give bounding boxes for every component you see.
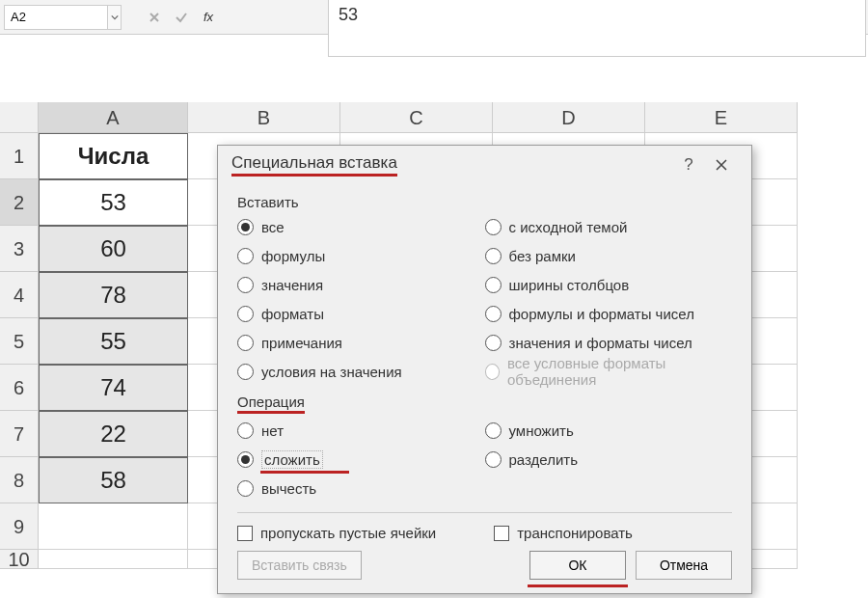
- row-header[interactable]: 5: [0, 318, 39, 365]
- col-header-E[interactable]: E: [645, 102, 798, 133]
- checkbox-skip-blanks[interactable]: пропускать пустые ячейки: [237, 525, 436, 541]
- row-header[interactable]: 2: [0, 179, 39, 226]
- radio-paste-values[interactable]: значения: [237, 272, 485, 297]
- radio-paste-all-conditional: все условные форматы объединения: [485, 359, 733, 384]
- row-header[interactable]: 4: [0, 272, 39, 318]
- row-header[interactable]: 3: [0, 226, 39, 272]
- operation-group-label: Операция: [237, 394, 305, 414]
- paste-group-label: Вставить: [237, 194, 732, 210]
- row-header[interactable]: 9: [0, 503, 39, 550]
- name-box[interactable]: A2: [4, 5, 108, 30]
- cell-A6[interactable]: 74: [39, 365, 188, 411]
- radio-paste-values-numfmt[interactable]: значения и форматы чисел: [485, 330, 733, 355]
- col-header-C[interactable]: C: [340, 102, 493, 133]
- fx-label: fx: [203, 10, 213, 24]
- cell-A7[interactable]: 22: [39, 411, 188, 457]
- col-header-A[interactable]: A: [39, 102, 188, 133]
- dialog-title: Специальная вставка: [231, 153, 397, 177]
- cancel-button[interactable]: Отмена: [636, 551, 732, 580]
- close-button[interactable]: [705, 150, 738, 179]
- row-header[interactable]: 8: [0, 457, 39, 503]
- radio-op-none[interactable]: нет: [237, 418, 485, 443]
- radio-paste-all[interactable]: все: [237, 214, 485, 239]
- select-all-corner[interactable]: [0, 102, 39, 133]
- cell-A4[interactable]: 78: [39, 272, 188, 318]
- radio-paste-source-theme[interactable]: с исходной темой: [485, 214, 733, 239]
- confirm-formula-button[interactable]: [168, 5, 195, 30]
- row-header[interactable]: 1: [0, 133, 39, 179]
- cell-A5[interactable]: 55: [39, 318, 188, 365]
- row-header[interactable]: 7: [0, 411, 39, 457]
- radio-paste-formulas[interactable]: формулы: [237, 243, 485, 268]
- paste-special-dialog: Специальная вставка ? Вставить все форму…: [217, 145, 752, 594]
- help-button[interactable]: ?: [672, 150, 705, 179]
- col-header-B[interactable]: B: [188, 102, 340, 133]
- checkbox-transpose[interactable]: транспонировать: [494, 525, 633, 541]
- radio-op-multiply[interactable]: умножить: [485, 418, 733, 443]
- chevron-down-icon: [111, 14, 119, 21]
- radio-paste-formats[interactable]: форматы: [237, 301, 485, 326]
- name-box-dropdown[interactable]: [108, 5, 122, 30]
- close-icon: [715, 158, 728, 172]
- radio-paste-comments[interactable]: примечания: [237, 330, 485, 355]
- check-icon: [175, 11, 188, 24]
- fx-button[interactable]: fx: [195, 5, 222, 30]
- row-header[interactable]: 10: [0, 550, 39, 569]
- radio-paste-formulas-numfmt[interactable]: формулы и форматы чисел: [485, 301, 733, 326]
- col-header-D[interactable]: D: [493, 102, 645, 133]
- cell-A3[interactable]: 60: [39, 226, 188, 272]
- x-icon: [149, 12, 160, 23]
- formula-bar-input[interactable]: 53: [328, 0, 866, 57]
- radio-paste-col-widths[interactable]: ширины столбцов: [485, 272, 733, 297]
- radio-op-divide[interactable]: разделить: [485, 447, 733, 472]
- radio-op-subtract[interactable]: вычесть: [237, 476, 485, 501]
- radio-paste-validation[interactable]: условия на значения: [237, 359, 485, 384]
- cell-A9[interactable]: [39, 503, 188, 550]
- cell-A2[interactable]: 53: [39, 179, 188, 226]
- cell-A10[interactable]: [39, 550, 188, 569]
- paste-link-button: Вставить связь: [237, 551, 362, 580]
- radio-op-add[interactable]: сложить: [237, 447, 485, 472]
- row-header[interactable]: 6: [0, 365, 39, 411]
- cell-A8[interactable]: 58: [39, 457, 188, 503]
- ok-button[interactable]: ОК: [529, 551, 626, 580]
- cancel-formula-button[interactable]: [141, 5, 168, 30]
- radio-paste-no-border[interactable]: без рамки: [485, 243, 733, 268]
- cell-A1[interactable]: Числа: [39, 133, 188, 179]
